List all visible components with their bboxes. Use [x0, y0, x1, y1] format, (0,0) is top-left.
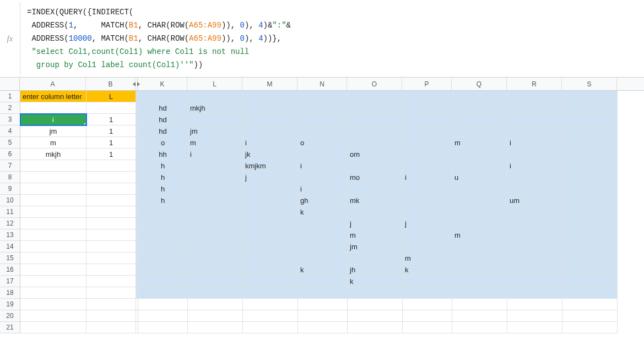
cell-B1[interactable]: L — [86, 91, 136, 102]
cell-O2[interactable] — [348, 102, 403, 114]
cell-B2[interactable] — [86, 102, 136, 114]
cell-L11[interactable] — [188, 206, 243, 218]
cell-S1[interactable] — [562, 91, 618, 102]
cell-S9[interactable] — [562, 183, 618, 195]
cell-K3[interactable]: hd — [138, 114, 188, 125]
cell-B13[interactable] — [86, 229, 136, 241]
row-header-14[interactable]: 14 — [0, 241, 20, 253]
cell-P7[interactable] — [403, 160, 452, 172]
column-header-A[interactable]: A — [20, 78, 86, 90]
cell-O11[interactable] — [348, 206, 403, 218]
cell-B10[interactable] — [86, 195, 136, 206]
cell-N2[interactable] — [298, 102, 348, 114]
cell-B4[interactable]: 1 — [86, 125, 136, 137]
cell-S14[interactable] — [562, 241, 618, 253]
selection-handle[interactable] — [84, 123, 86, 125]
cell-A7[interactable] — [20, 160, 86, 172]
cell-O12[interactable]: j — [348, 218, 403, 229]
cell-N18[interactable] — [298, 287, 348, 299]
cell-L4[interactable]: jm — [188, 125, 243, 137]
cell-P4[interactable] — [403, 125, 452, 137]
cell-O17[interactable]: k — [348, 276, 403, 287]
cell-M2[interactable] — [243, 102, 298, 114]
cell-R21[interactable] — [507, 322, 562, 333]
cell-A20[interactable] — [20, 310, 86, 322]
cell-B6[interactable]: 1 — [86, 149, 136, 160]
cell-Q7[interactable] — [452, 160, 507, 172]
cell-P6[interactable] — [403, 149, 452, 160]
cell-M21[interactable] — [243, 322, 298, 333]
row-header-8[interactable]: 8 — [0, 172, 20, 183]
cell-S16[interactable] — [562, 264, 618, 276]
cell-P20[interactable] — [403, 310, 452, 322]
cell-N19[interactable] — [298, 299, 348, 310]
cell-S20[interactable] — [562, 310, 618, 322]
cell-B18[interactable] — [86, 287, 136, 299]
cell-O7[interactable] — [348, 160, 403, 172]
column-header-L[interactable]: L — [187, 78, 242, 90]
column-header-B[interactable]: B — [86, 78, 136, 90]
column-header-P[interactable]: P — [402, 78, 452, 90]
cell-N21[interactable] — [298, 322, 348, 333]
cell-B5[interactable]: 1 — [86, 137, 136, 149]
cell-Q15[interactable] — [452, 253, 507, 264]
column-header-R[interactable]: R — [507, 78, 562, 90]
cell-S18[interactable] — [562, 287, 618, 299]
column-header-K[interactable]: K — [138, 78, 187, 90]
cell-R19[interactable] — [507, 299, 562, 310]
row-header-13[interactable]: 13 — [0, 229, 20, 241]
cell-B12[interactable] — [86, 218, 136, 229]
cell-O13[interactable]: m — [348, 229, 403, 241]
cell-Q4[interactable] — [452, 125, 507, 137]
cell-L1[interactable] — [188, 91, 243, 102]
cell-Q21[interactable] — [452, 322, 507, 333]
cell-Q9[interactable] — [452, 183, 507, 195]
cell-M9[interactable] — [243, 183, 298, 195]
cell-N17[interactable] — [298, 276, 348, 287]
cell-O20[interactable] — [348, 310, 403, 322]
cell-O15[interactable] — [348, 253, 403, 264]
cell-K18[interactable] — [138, 287, 188, 299]
cell-R8[interactable] — [507, 172, 562, 183]
cell-P13[interactable] — [403, 229, 452, 241]
cell-Q8[interactable]: u — [452, 172, 507, 183]
cell-B15[interactable] — [86, 253, 136, 264]
cell-O10[interactable]: mk — [348, 195, 403, 206]
cell-N7[interactable]: i — [298, 160, 348, 172]
cell-K9[interactable]: h — [138, 183, 188, 195]
cell-N6[interactable] — [298, 149, 348, 160]
cell-N14[interactable] — [298, 241, 348, 253]
cell-A21[interactable] — [20, 322, 86, 333]
cell-R2[interactable] — [507, 102, 562, 114]
show-hidden-columns-right-icon[interactable] — [137, 82, 140, 86]
cell-A4[interactable]: jm — [20, 125, 86, 137]
cell-S4[interactable] — [562, 125, 618, 137]
cell-L17[interactable] — [188, 276, 243, 287]
cell-A19[interactable] — [20, 299, 86, 310]
cell-O19[interactable] — [348, 299, 403, 310]
cell-M5[interactable]: i — [243, 137, 298, 149]
row-header-7[interactable]: 7 — [0, 160, 20, 172]
row-header-21[interactable]: 21 — [0, 322, 20, 333]
cell-K4[interactable]: hd — [138, 125, 188, 137]
cell-P17[interactable] — [403, 276, 452, 287]
cell-B17[interactable] — [86, 276, 136, 287]
cell-L9[interactable] — [188, 183, 243, 195]
cell-S6[interactable] — [562, 149, 618, 160]
cell-R15[interactable] — [507, 253, 562, 264]
cell-P21[interactable] — [403, 322, 452, 333]
cell-M7[interactable]: kmjkm — [243, 160, 298, 172]
cell-M4[interactable] — [243, 125, 298, 137]
cell-M3[interactable] — [243, 114, 298, 125]
cell-K11[interactable] — [138, 206, 188, 218]
cell-M18[interactable] — [243, 287, 298, 299]
cell-Q16[interactable] — [452, 264, 507, 276]
column-header-O[interactable]: O — [347, 78, 402, 90]
cell-Q6[interactable] — [452, 149, 507, 160]
cell-B8[interactable] — [86, 172, 136, 183]
cell-K1[interactable] — [138, 91, 188, 102]
cell-O4[interactable] — [348, 125, 403, 137]
cell-Q12[interactable] — [452, 218, 507, 229]
cell-L18[interactable] — [188, 287, 243, 299]
cell-K5[interactable]: o — [138, 137, 188, 149]
